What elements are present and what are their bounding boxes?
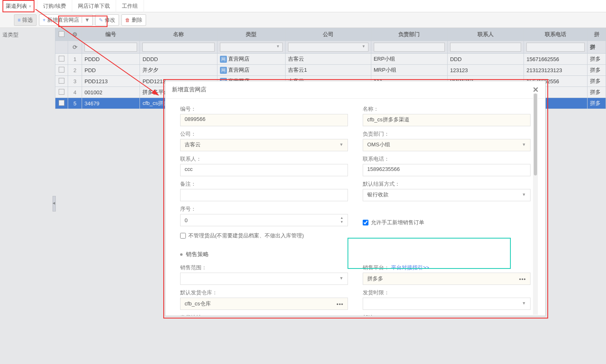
allow-manual-checkbox[interactable]: 允许手工新增销售订单: [363, 217, 531, 226]
corp-label: 公司：: [180, 130, 348, 138]
warehouse-label: 默认发货仓库：: [180, 289, 348, 296]
dept-label: 负责部门：: [363, 130, 531, 138]
browse-icon[interactable]: •••: [519, 276, 526, 282]
contact-label: 联系人：: [180, 155, 348, 163]
edit-button[interactable]: ✎ 修改: [95, 14, 119, 26]
no-goods-checkbox[interactable]: 不管理货品(不需要建货品档案、不做出入库管理): [180, 230, 304, 239]
name-label: 名称：: [363, 105, 531, 113]
platform-input[interactable]: 拼多多 •••: [363, 273, 531, 285]
settle-select[interactable]: 银行收款: [363, 189, 531, 201]
dept-select[interactable]: OMS小组: [363, 139, 531, 151]
browse-icon[interactable]: •••: [336, 301, 343, 307]
filter-label: 筛选: [22, 16, 33, 24]
del-label: 删除: [132, 16, 142, 24]
delete-button[interactable]: 🗑 删除: [121, 14, 146, 26]
top-tabs: 渠道列表 × 订购/续费 网店订单下载 工作组: [0, 0, 606, 12]
seq-label: 序号：: [180, 205, 348, 213]
warehouse-input[interactable]: cfb_cs仓库 •••: [180, 298, 348, 310]
ship-time-select[interactable]: [363, 298, 531, 310]
corp-select[interactable]: 吉客云: [180, 139, 348, 151]
modal-body: 编号： 0899566 名称： cfb_cs拼多多渠道 公司： 吉客云 负责部门…: [165, 99, 545, 316]
no-goods-box[interactable]: [180, 233, 186, 239]
add-shop-button[interactable]: + 新增直营网店 ▼: [39, 14, 93, 26]
section-sale-strategy: 销售策略: [180, 251, 531, 258]
tab-label: 订购/续费: [43, 2, 66, 10]
code-label: 编号：: [180, 105, 348, 113]
addr-label: 发货地址：: [180, 314, 348, 316]
platform-guide-link[interactable]: 平台对接指引>>: [391, 264, 429, 271]
modal-title: 新增直营网店: [172, 86, 206, 93]
scroll-thumb[interactable]: [534, 93, 537, 175]
modal-scrollbar[interactable]: [533, 93, 538, 315]
allow-manual-box[interactable]: [363, 220, 368, 225]
tab-close-icon[interactable]: ×: [29, 4, 31, 9]
add-shop-modal: 新增直营网店 ✕ 编号： 0899566 名称： cfb_cs拼多多渠道 公司：…: [165, 81, 546, 316]
filter-icon: ≡: [18, 17, 21, 23]
remark-input[interactable]: [180, 189, 348, 201]
ship-time-label: 发货时限：: [363, 289, 531, 296]
close-icon[interactable]: ✕: [533, 85, 539, 94]
toolbar: ≡ 筛选 + 新增直营网店 ▼ ✎ 修改 🗑 删除: [0, 12, 606, 28]
name-input[interactable]: cfb_cs拼多多渠道: [363, 114, 531, 126]
zip-label: 邮编：: [363, 314, 531, 316]
tab-channel-list[interactable]: 渠道列表 ×: [0, 0, 37, 12]
filter-button[interactable]: ≡ 筛选: [14, 14, 37, 26]
tab-label: 渠道列表: [6, 2, 27, 10]
code-input[interactable]: 0899566: [180, 114, 348, 126]
phone-label: 联系电话：: [363, 155, 531, 163]
remark-label: 备注：: [180, 180, 348, 188]
plus-icon: +: [43, 17, 46, 23]
tab-download[interactable]: 网店订单下载: [72, 0, 116, 12]
scope-select[interactable]: [180, 273, 348, 285]
tab-label: 网店订单下载: [78, 2, 110, 10]
tab-workgroup[interactable]: 工作组: [116, 0, 144, 12]
trash-icon: 🗑: [125, 17, 130, 23]
scope-label: 销售范围：: [180, 264, 348, 271]
tab-label: 工作组: [122, 2, 138, 10]
add-label: 新增直营网店: [47, 16, 79, 24]
contact-input[interactable]: ccc: [180, 164, 348, 176]
seq-input[interactable]: 0 ▲▼: [180, 214, 348, 226]
tab-subscribe[interactable]: 订购/续费: [37, 0, 72, 12]
edit-icon: ✎: [99, 17, 103, 23]
chevron-down-icon[interactable]: ▼: [82, 17, 92, 23]
phone-input[interactable]: 15896235566: [363, 164, 531, 176]
stepper-arrows[interactable]: ▲▼: [340, 216, 343, 224]
platform-label: 销售平台： 平台对接指引>>: [363, 264, 531, 271]
edit-label: 修改: [105, 16, 115, 24]
settle-label: 默认结算方式：: [363, 180, 531, 188]
modal-header: 新增直营网店 ✕: [165, 81, 545, 99]
